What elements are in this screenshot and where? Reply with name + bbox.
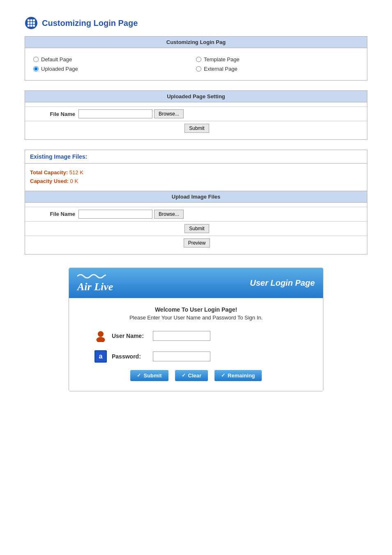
- username-field-row: User Name:: [81, 329, 311, 343]
- upload-file-name-input[interactable]: [78, 210, 152, 219]
- login-preview-wrapper: Air Live User Login Page Welcome To User…: [69, 268, 323, 391]
- password-label: Password:: [112, 353, 153, 360]
- login-buttons-row: ✓ Submit ✓ Clear ✓ Remaining: [81, 370, 311, 381]
- login-remaining-button[interactable]: ✓ Remaining: [214, 370, 261, 381]
- radio-uploaded-input[interactable]: [33, 66, 39, 72]
- password-input[interactable]: [153, 352, 210, 361]
- upload-browse-button[interactable]: Browse...: [154, 210, 184, 219]
- uploaded-submit-button[interactable]: Submit: [184, 124, 209, 133]
- page-title: Customizing Login Page: [42, 18, 138, 28]
- grid-icon: [25, 16, 38, 30]
- login-submit-button[interactable]: ✓ Submit: [130, 370, 168, 381]
- svg-rect-8: [30, 25, 32, 27]
- capacity-used-label: Capacity Used:: [30, 178, 69, 184]
- login-options-panel: Customizing Login Pag Default Page Templ…: [25, 36, 367, 81]
- preview-button[interactable]: Preview: [184, 238, 210, 247]
- radio-default-label: Default Page: [41, 56, 72, 62]
- capacity-used-row: Capacity Used: 0 K: [30, 177, 362, 186]
- svg-rect-7: [28, 25, 30, 27]
- login-options-body: Default Page Template Page Uploaded Page…: [25, 48, 367, 80]
- login-page-label: User Login Page: [250, 278, 315, 288]
- svg-rect-4: [28, 22, 30, 24]
- upload-file-name-label: File Name: [29, 211, 78, 217]
- radio-template-label: Template Page: [204, 56, 240, 62]
- login-remaining-label: Remaining: [228, 372, 255, 379]
- uploaded-page-setting-header: Uploaded Page Setting: [25, 91, 367, 102]
- uploaded-page-setting-panel: Uploaded Page Setting File Name Browse..…: [25, 90, 367, 140]
- svg-rect-5: [30, 22, 32, 24]
- preview-row: Preview: [25, 236, 367, 250]
- uploaded-submit-row: Submit: [25, 121, 367, 135]
- upload-image-files-header: Upload Image Files: [25, 191, 367, 203]
- svg-point-10: [98, 331, 104, 337]
- radio-default-page[interactable]: Default Page: [33, 55, 196, 64]
- browse-button[interactable]: Browse...: [154, 109, 184, 118]
- password-icon: a: [94, 349, 108, 363]
- page-title-row: Customizing Login Page: [25, 16, 367, 30]
- radio-external-input[interactable]: [196, 66, 201, 72]
- svg-rect-3: [33, 19, 35, 21]
- password-icon-box: a: [95, 350, 107, 363]
- svg-rect-1: [28, 19, 30, 21]
- total-capacity-row: Total Capacity: 512 K: [30, 169, 362, 177]
- upload-submit-button[interactable]: Submit: [184, 224, 209, 233]
- radio-default-input[interactable]: [33, 57, 39, 62]
- file-name-label: File Name: [29, 111, 78, 117]
- file-name-input[interactable]: [78, 109, 152, 118]
- airlive-logo-name: Air Live: [77, 281, 113, 293]
- svg-rect-9: [33, 25, 35, 27]
- login-preview-body: Welcome To User Login Page! Please Enter…: [69, 298, 323, 391]
- existing-image-files-label: Existing Image Files:: [30, 153, 87, 160]
- username-label: User Name:: [112, 333, 153, 339]
- login-options-header: Customizing Login Pag: [25, 37, 367, 48]
- existing-image-files-header: Existing Image Files:: [25, 150, 367, 163]
- airlive-logo-text: Air Live: [77, 281, 113, 293]
- clear-checkmark-icon: ✓: [182, 372, 186, 378]
- svg-point-11: [96, 337, 105, 342]
- submit-checkmark-icon: ✓: [137, 372, 141, 378]
- upload-image-files-body: File Name Browse... Submit Preview: [25, 203, 367, 254]
- radio-template-input[interactable]: [196, 57, 201, 62]
- svg-rect-6: [33, 22, 35, 24]
- upload-file-name-row: File Name Browse...: [25, 207, 367, 221]
- radio-uploaded-page[interactable]: Uploaded Page: [33, 64, 196, 74]
- svg-rect-2: [30, 19, 32, 21]
- upload-submit-row: Submit: [25, 221, 367, 236]
- radio-template-page[interactable]: Template Page: [196, 55, 359, 64]
- file-name-row: File Name Browse...: [25, 106, 367, 121]
- user-icon: [94, 329, 108, 343]
- password-icon-letter: a: [99, 353, 103, 360]
- capacity-text: Total Capacity: 512 K Capacity Used: 0 K: [30, 169, 362, 186]
- airlive-logo-area: Air Live: [77, 273, 113, 293]
- total-capacity-value: 512 K: [69, 169, 83, 176]
- uploaded-page-setting-body: File Name Browse... Submit: [25, 102, 367, 139]
- login-welcome-line2: Please Enter Your User Name and Password…: [81, 314, 311, 321]
- password-field-row: a Password:: [81, 349, 311, 363]
- login-clear-button[interactable]: ✓ Clear: [175, 370, 208, 381]
- login-preview-header: Air Live User Login Page: [69, 268, 323, 298]
- radio-external-label: External Page: [204, 66, 238, 72]
- capacity-box: Total Capacity: 512 K Capacity Used: 0 K: [25, 163, 367, 191]
- upload-image-files-panel: Upload Image Files File Name Browse... S…: [25, 191, 367, 254]
- capacity-used-value: 0 K: [70, 178, 78, 184]
- login-welcome-line1: Welcome To User Login Page!: [81, 306, 311, 313]
- wave-icon: [77, 273, 106, 279]
- remaining-checkmark-icon: ✓: [221, 372, 225, 378]
- radio-options-grid: Default Page Template Page Uploaded Page…: [25, 52, 367, 76]
- total-capacity-label: Total Capacity:: [30, 169, 68, 176]
- radio-uploaded-label: Uploaded Page: [41, 66, 78, 72]
- login-submit-label: Submit: [143, 372, 161, 379]
- login-clear-label: Clear: [188, 372, 202, 379]
- user-person-icon: [95, 330, 107, 342]
- username-input[interactable]: [153, 331, 210, 341]
- radio-external-page[interactable]: External Page: [196, 64, 359, 74]
